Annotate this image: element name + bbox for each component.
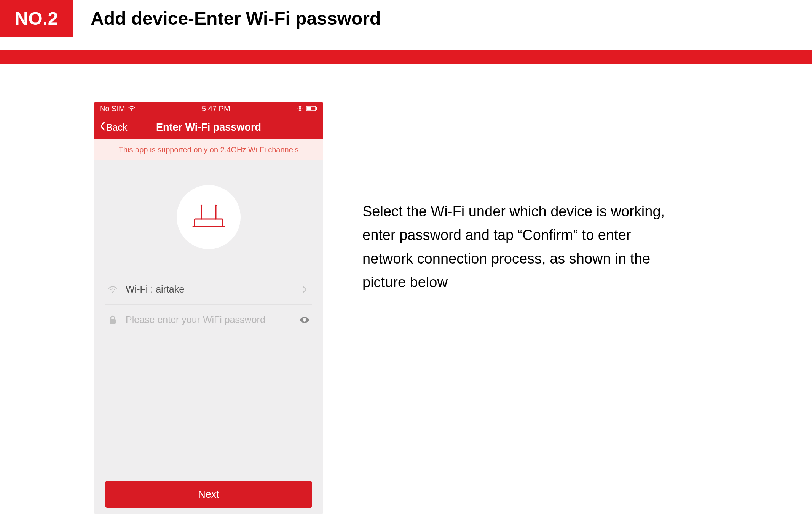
eye-icon[interactable] [297,317,312,323]
back-label: Back [106,122,128,133]
carrier-label: No SIM [100,104,125,113]
svg-point-0 [131,110,132,111]
svg-rect-13 [110,319,116,324]
wifi-select-row[interactable]: Wi-Fi : airtake [105,274,312,305]
svg-rect-4 [307,107,311,110]
phone-status-bar: No SIM 5:47 PM [94,102,323,115]
lock-icon [105,315,120,325]
next-button[interactable]: Next [105,481,312,508]
svg-point-12 [112,292,113,293]
wifi-channel-banner: This app is supported only on 2.4GHz Wi-… [94,139,323,160]
battery-icon [306,106,317,111]
phone-spacer [94,335,323,481]
chevron-left-icon [100,122,105,133]
phone-nav-bar: Back Enter Wi-Fi password [94,115,323,139]
wifi-password-row [105,305,312,335]
router-circle [177,185,241,249]
wifi-password-input[interactable] [126,314,297,325]
wifi-icon [105,286,120,293]
svg-point-10 [201,205,202,206]
chevron-right-icon [297,286,312,293]
svg-point-14 [303,319,305,321]
wifi-name-label: Wi-Fi : airtake [120,284,297,295]
phone-screenshot: No SIM 5:47 PM [94,102,323,514]
svg-rect-5 [316,107,317,110]
wifi-icon [128,104,135,113]
router-icon [192,203,225,231]
router-illustration [94,160,323,274]
nav-title: Enter Wi-Fi password [156,122,261,133]
back-button[interactable]: Back [100,115,128,139]
page-header: NO.2 Add device-Enter Wi-Fi password [0,0,812,37]
accent-bar [0,50,812,64]
step-title: Add device-Enter Wi-Fi password [73,0,812,37]
svg-point-11 [215,205,217,206]
instruction-text: Select the Wi-Fi under which device is w… [362,200,675,294]
svg-rect-6 [195,219,223,227]
orientation-lock-icon [297,106,303,112]
step-badge: NO.2 [0,0,73,37]
clock-label: 5:47 PM [202,104,230,113]
svg-rect-2 [299,108,301,110]
